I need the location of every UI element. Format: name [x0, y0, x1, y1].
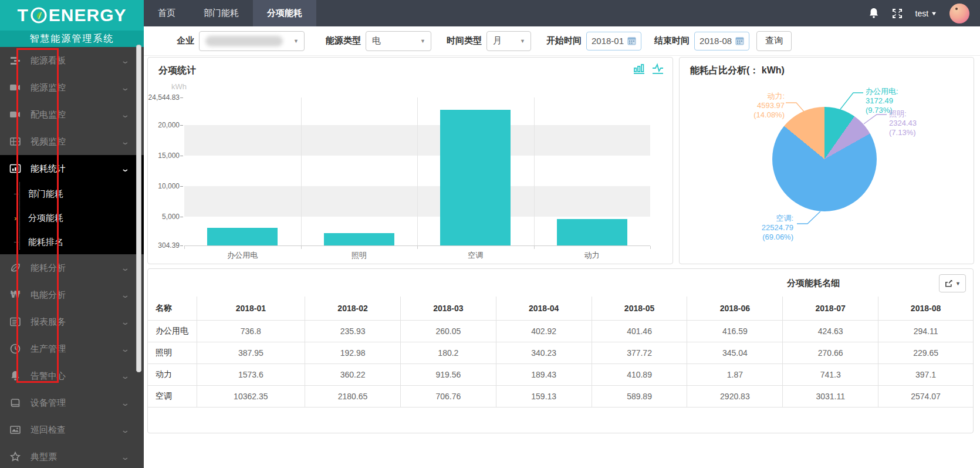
row-value: 159.13	[496, 385, 592, 407]
sidebar-item-label: 典型票	[31, 452, 57, 463]
sidebar-subitem-部门能耗[interactable]: ┈部门能耗	[0, 182, 144, 206]
start-time-label: 开始时间	[546, 35, 582, 46]
camera-icon	[0, 109, 31, 120]
won-icon: ₩	[0, 289, 31, 301]
star-icon	[0, 451, 31, 463]
sidebar-item-2[interactable]: 能源监控⌄	[0, 74, 144, 101]
bar-照明[interactable]	[324, 233, 394, 245]
consumption-table: 名称2018-012018-022018-032018-042018-05201…	[148, 297, 973, 408]
sidebar-subitem-label: 分项能耗	[28, 213, 63, 224]
dotted-branch-icon: ┈	[14, 190, 19, 198]
sidebar-item-label: 告警中心	[31, 371, 66, 382]
company-select[interactable]: ▼	[199, 31, 305, 51]
sidebar-item-10[interactable]: 告警中心⌄	[0, 362, 144, 389]
y-axis-tick-label: 20,000	[158, 121, 184, 129]
export-button[interactable]: ▼	[939, 274, 966, 292]
row-value: 192.98	[305, 342, 401, 363]
chevron-down-icon: ▼	[293, 38, 299, 44]
x-axis-category-label: 空调	[468, 250, 483, 261]
book-icon	[0, 397, 31, 409]
energy-type-select[interactable]: 电 ▼	[366, 31, 431, 51]
table-row: 照明387.95192.98180.2340.23377.72345.04270…	[148, 342, 973, 363]
col-header-month: 2018-04	[496, 297, 592, 320]
y-axis-tick-label: 10,000	[158, 182, 184, 190]
bar-办公用电[interactable]	[207, 228, 278, 245]
brand-logo: T ENERGY	[0, 0, 144, 31]
sidebar-scrollbar[interactable]	[136, 45, 141, 372]
sidebar-item-12[interactable]: 巡回检查⌄	[0, 416, 144, 443]
row-value: 2574.07	[878, 385, 973, 407]
sidebar-item-6[interactable]: 能耗分析⌄	[0, 254, 144, 281]
row-value: 3031.11	[783, 385, 878, 407]
avatar[interactable]	[949, 4, 969, 23]
y-axis-tick-label: 5,000	[162, 213, 184, 221]
company-value-redacted	[205, 36, 283, 46]
chevron-down-icon: ⌄	[121, 426, 130, 435]
grid-vline	[301, 97, 302, 245]
row-value: 919.56	[400, 363, 496, 385]
query-button[interactable]: 查询	[756, 31, 792, 51]
row-value: 1573.6	[197, 363, 305, 385]
chevron-down-icon: ⌄	[121, 318, 130, 326]
sidebar-item-13[interactable]: 典型票⌄	[0, 443, 144, 468]
sidebar-subitem-分项能耗[interactable]: »分项能耗	[0, 206, 144, 230]
time-type-value: 月	[493, 35, 502, 46]
brand-subtitle: 智慧能源管理系统	[0, 31, 144, 47]
col-header-month: 2018-02	[305, 297, 401, 320]
sidebar-menu: 能源看板⌄能源监控⌄配电监控⌄视频监控⌄能耗统计⌄┈部门能耗»分项能耗┈能耗排名…	[0, 47, 144, 468]
nav-tab-2[interactable]: 部门能耗	[190, 0, 253, 26]
x-axis-category-label: 办公用电	[227, 250, 258, 261]
bar-动力[interactable]	[557, 219, 627, 245]
sidebar-item-label: 生产管理	[31, 344, 66, 355]
row-name: 空调	[148, 385, 197, 407]
sidebar-item-label: 报表服务	[31, 317, 66, 328]
sidebar-item-7[interactable]: ₩电能分析⌄	[0, 281, 144, 308]
nav-tab-1[interactable]: 首页	[144, 0, 190, 26]
report-icon	[0, 316, 31, 328]
chevron-down-icon: ⌄	[121, 453, 130, 462]
end-date-input[interactable]: 2018-08	[694, 32, 749, 50]
sidebar-item-label: 巡回检查	[31, 425, 66, 436]
export-download-icon	[944, 280, 953, 288]
time-type-select[interactable]: 月 ▼	[486, 31, 531, 51]
sidebar-item-3[interactable]: 配电监控⌄	[0, 101, 144, 128]
sidebar-item-4[interactable]: 视频监控⌄	[0, 128, 144, 155]
row-value: 10362.35	[197, 385, 305, 407]
nav-right: test ▼	[869, 0, 980, 26]
bell-icon[interactable]	[869, 8, 879, 19]
col-header-month: 2018-01	[197, 297, 305, 320]
y-axis-unit: kWh	[171, 82, 187, 91]
fullscreen-icon[interactable]	[892, 8, 903, 19]
sidebar-subitem-能耗排名[interactable]: ┈能耗排名	[0, 230, 144, 254]
nav-tab-3[interactable]: 分项能耗	[253, 0, 316, 26]
row-value: 741.3	[783, 363, 878, 385]
pie-chart-card: 能耗占比分析(： kWh) 办公用电:3172.49(9.73%)照明:2324…	[679, 57, 974, 264]
sidebar-item-5[interactable]: 能耗统计⌄	[0, 155, 144, 182]
calendar-icon	[627, 36, 636, 45]
clock-icon	[0, 343, 31, 355]
row-value: 180.2	[400, 342, 496, 363]
bar-空调[interactable]	[440, 110, 511, 245]
pie-label-空调: 空调:22524.79(69.06%)	[762, 214, 793, 242]
sidebar-item-1[interactable]: 能源看板⌄	[0, 47, 144, 74]
row-value: 229.65	[878, 342, 973, 363]
chevron-down-icon: ⌄	[121, 137, 130, 146]
y-axis-tick-label: 15,000	[158, 151, 184, 160]
bell-icon	[0, 370, 31, 382]
sidebar-item-11[interactable]: 设备管理⌄	[0, 389, 144, 416]
row-value: 2180.65	[305, 385, 401, 407]
sidebar-item-9[interactable]: 生产管理⌄	[0, 335, 144, 362]
y-axis-tick-label: 24,544.83	[148, 93, 184, 102]
chevron-down-icon: ⌄	[121, 83, 130, 92]
film-icon	[0, 136, 31, 147]
chevron-down-icon: ⌄	[121, 110, 130, 119]
bar-chart-type-icon[interactable]	[633, 62, 646, 78]
filter-bar: 企业 ▼ 能源类型 电 ▼ 时间类型 月 ▼ 开始时间 2018-01 结束时间…	[144, 26, 980, 56]
table-row: 办公用电736.8235.93260.05402.92401.46416.594…	[148, 320, 973, 342]
line-chart-type-icon[interactable]	[651, 62, 664, 78]
end-date-value: 2018-08	[699, 36, 732, 46]
start-date-input[interactable]: 2018-01	[586, 32, 641, 50]
energy-type-value: 电	[372, 35, 381, 46]
sidebar-item-8[interactable]: 报表服务⌄	[0, 308, 144, 335]
user-menu[interactable]: test ▼	[915, 9, 937, 18]
